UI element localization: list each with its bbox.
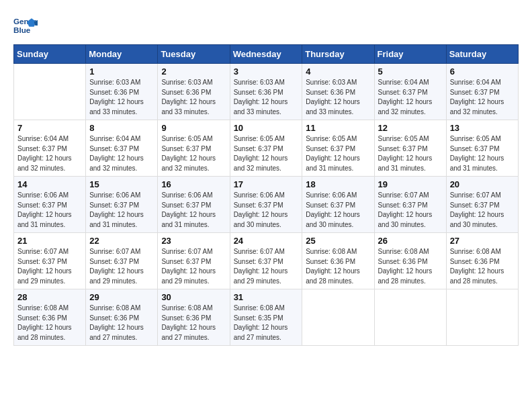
calendar-week-row: 21Sunrise: 6:07 AM Sunset: 6:37 PM Dayli…: [14, 233, 519, 289]
column-header-thursday: Thursday: [302, 45, 374, 64]
day-number: 8: [89, 123, 154, 133]
cell-sun-info: Sunrise: 6:04 AM Sunset: 6:37 PM Dayligh…: [17, 134, 82, 173]
cell-sun-info: Sunrise: 6:06 AM Sunset: 6:37 PM Dayligh…: [89, 191, 154, 230]
calendar-cell: 31Sunrise: 6:08 AM Sunset: 6:35 PM Dayli…: [230, 289, 302, 346]
cell-sun-info: Sunrise: 6:03 AM Sunset: 6:36 PM Dayligh…: [306, 78, 370, 117]
cell-sun-info: Sunrise: 6:06 AM Sunset: 6:37 PM Dayligh…: [234, 191, 299, 230]
calendar-cell: 30Sunrise: 6:08 AM Sunset: 6:36 PM Dayli…: [158, 289, 230, 346]
calendar-cell: 25Sunrise: 6:08 AM Sunset: 6:36 PM Dayli…: [302, 233, 374, 289]
calendar-cell: 10Sunrise: 6:05 AM Sunset: 6:37 PM Dayli…: [230, 120, 302, 177]
calendar-cell: 8Sunrise: 6:04 AM Sunset: 6:37 PM Daylig…: [86, 120, 158, 177]
calendar-week-row: 14Sunrise: 6:06 AM Sunset: 6:37 PM Dayli…: [14, 177, 519, 233]
day-number: 13: [450, 123, 515, 133]
cell-sun-info: Sunrise: 6:07 AM Sunset: 6:37 PM Dayligh…: [234, 247, 299, 286]
day-number: 15: [89, 179, 154, 189]
day-number: 23: [161, 236, 226, 246]
calendar-cell: 13Sunrise: 6:05 AM Sunset: 6:37 PM Dayli…: [446, 120, 518, 177]
svg-text:Blue: Blue: [13, 26, 31, 34]
logo-icon: General Blue: [13, 13, 38, 38]
cell-sun-info: Sunrise: 6:08 AM Sunset: 6:36 PM Dayligh…: [89, 304, 154, 342]
day-number: 19: [378, 179, 443, 189]
cell-sun-info: Sunrise: 6:08 AM Sunset: 6:35 PM Dayligh…: [234, 304, 299, 342]
day-number: 17: [234, 179, 299, 189]
calendar-cell: 4Sunrise: 6:03 AM Sunset: 6:36 PM Daylig…: [302, 64, 374, 120]
day-number: 9: [161, 123, 226, 133]
calendar-week-row: 7Sunrise: 6:04 AM Sunset: 6:37 PM Daylig…: [14, 120, 519, 177]
cell-sun-info: Sunrise: 6:07 AM Sunset: 6:37 PM Dayligh…: [378, 191, 443, 230]
column-header-wednesday: Wednesday: [230, 45, 302, 64]
day-number: 11: [306, 123, 370, 133]
day-number: 6: [450, 66, 515, 77]
day-number: 4: [306, 66, 370, 77]
column-header-friday: Friday: [374, 45, 446, 64]
day-number: 10: [234, 123, 299, 133]
calendar-cell: [374, 289, 446, 346]
calendar-cell: 18Sunrise: 6:06 AM Sunset: 6:37 PM Dayli…: [302, 177, 374, 233]
calendar-week-row: 1Sunrise: 6:03 AM Sunset: 6:36 PM Daylig…: [14, 64, 519, 120]
calendar-cell: 14Sunrise: 6:06 AM Sunset: 6:37 PM Dayli…: [14, 177, 86, 233]
day-number: 2: [161, 66, 226, 77]
calendar-cell: 26Sunrise: 6:08 AM Sunset: 6:36 PM Dayli…: [374, 233, 446, 289]
calendar-cell: 2Sunrise: 6:03 AM Sunset: 6:36 PM Daylig…: [158, 64, 230, 120]
cell-sun-info: Sunrise: 6:08 AM Sunset: 6:36 PM Dayligh…: [161, 304, 226, 342]
calendar-cell: 3Sunrise: 6:03 AM Sunset: 6:36 PM Daylig…: [230, 64, 302, 120]
calendar-cell: [446, 289, 518, 346]
column-header-saturday: Saturday: [446, 45, 518, 64]
day-number: 26: [378, 236, 443, 246]
calendar-table: SundayMondayTuesdayWednesdayThursdayFrid…: [13, 44, 519, 346]
calendar-cell: 17Sunrise: 6:06 AM Sunset: 6:37 PM Dayli…: [230, 177, 302, 233]
day-number: 14: [17, 179, 82, 189]
cell-sun-info: Sunrise: 6:03 AM Sunset: 6:36 PM Dayligh…: [89, 78, 154, 117]
calendar-cell: 24Sunrise: 6:07 AM Sunset: 6:37 PM Dayli…: [230, 233, 302, 289]
column-header-tuesday: Tuesday: [158, 45, 230, 64]
cell-sun-info: Sunrise: 6:05 AM Sunset: 6:37 PM Dayligh…: [234, 134, 299, 173]
calendar-cell: 22Sunrise: 6:07 AM Sunset: 6:37 PM Dayli…: [86, 233, 158, 289]
cell-sun-info: Sunrise: 6:07 AM Sunset: 6:37 PM Dayligh…: [161, 247, 226, 286]
cell-sun-info: Sunrise: 6:05 AM Sunset: 6:37 PM Dayligh…: [450, 134, 515, 173]
cell-sun-info: Sunrise: 6:08 AM Sunset: 6:36 PM Dayligh…: [306, 247, 370, 286]
day-number: 29: [89, 292, 154, 302]
cell-sun-info: Sunrise: 6:07 AM Sunset: 6:37 PM Dayligh…: [450, 191, 515, 230]
day-number: 22: [89, 236, 154, 246]
calendar-header-row: SundayMondayTuesdayWednesdayThursdayFrid…: [14, 45, 519, 64]
day-number: 3: [234, 66, 299, 77]
day-number: 7: [17, 123, 82, 133]
calendar-cell: 9Sunrise: 6:05 AM Sunset: 6:37 PM Daylig…: [158, 120, 230, 177]
cell-sun-info: Sunrise: 6:07 AM Sunset: 6:37 PM Dayligh…: [17, 247, 82, 286]
cell-sun-info: Sunrise: 6:06 AM Sunset: 6:37 PM Dayligh…: [17, 191, 82, 230]
day-number: 27: [450, 236, 515, 246]
cell-sun-info: Sunrise: 6:04 AM Sunset: 6:37 PM Dayligh…: [89, 134, 154, 173]
calendar-cell: 23Sunrise: 6:07 AM Sunset: 6:37 PM Dayli…: [158, 233, 230, 289]
day-number: 12: [378, 123, 443, 133]
column-header-monday: Monday: [86, 45, 158, 64]
calendar-week-row: 28Sunrise: 6:08 AM Sunset: 6:36 PM Dayli…: [14, 289, 519, 346]
calendar-cell: 1Sunrise: 6:03 AM Sunset: 6:36 PM Daylig…: [86, 64, 158, 120]
cell-sun-info: Sunrise: 6:08 AM Sunset: 6:36 PM Dayligh…: [17, 304, 82, 342]
calendar-cell: 21Sunrise: 6:07 AM Sunset: 6:37 PM Dayli…: [14, 233, 86, 289]
day-number: 20: [450, 179, 515, 189]
calendar-cell: 19Sunrise: 6:07 AM Sunset: 6:37 PM Dayli…: [374, 177, 446, 233]
column-header-sunday: Sunday: [14, 45, 86, 64]
day-number: 24: [234, 236, 299, 246]
calendar-cell: 11Sunrise: 6:05 AM Sunset: 6:37 PM Dayli…: [302, 120, 374, 177]
day-number: 25: [306, 236, 370, 246]
calendar-cell: 20Sunrise: 6:07 AM Sunset: 6:37 PM Dayli…: [446, 177, 518, 233]
day-number: 21: [17, 236, 82, 246]
calendar-cell: 27Sunrise: 6:08 AM Sunset: 6:36 PM Dayli…: [446, 233, 518, 289]
cell-sun-info: Sunrise: 6:06 AM Sunset: 6:37 PM Dayligh…: [161, 191, 226, 230]
cell-sun-info: Sunrise: 6:04 AM Sunset: 6:37 PM Dayligh…: [450, 78, 515, 117]
page-header: General Blue: [13, 13, 519, 38]
calendar-cell: 7Sunrise: 6:04 AM Sunset: 6:37 PM Daylig…: [14, 120, 86, 177]
day-number: 28: [17, 292, 82, 302]
day-number: 1: [89, 66, 154, 77]
day-number: 18: [306, 179, 370, 189]
cell-sun-info: Sunrise: 6:03 AM Sunset: 6:36 PM Dayligh…: [161, 78, 226, 117]
cell-sun-info: Sunrise: 6:08 AM Sunset: 6:36 PM Dayligh…: [378, 247, 443, 286]
calendar-cell: 29Sunrise: 6:08 AM Sunset: 6:36 PM Dayli…: [86, 289, 158, 346]
day-number: 31: [234, 292, 299, 302]
calendar-cell: 12Sunrise: 6:05 AM Sunset: 6:37 PM Dayli…: [374, 120, 446, 177]
cell-sun-info: Sunrise: 6:05 AM Sunset: 6:37 PM Dayligh…: [306, 134, 370, 173]
calendar-cell: [302, 289, 374, 346]
day-number: 16: [161, 179, 226, 189]
day-number: 5: [378, 66, 443, 77]
